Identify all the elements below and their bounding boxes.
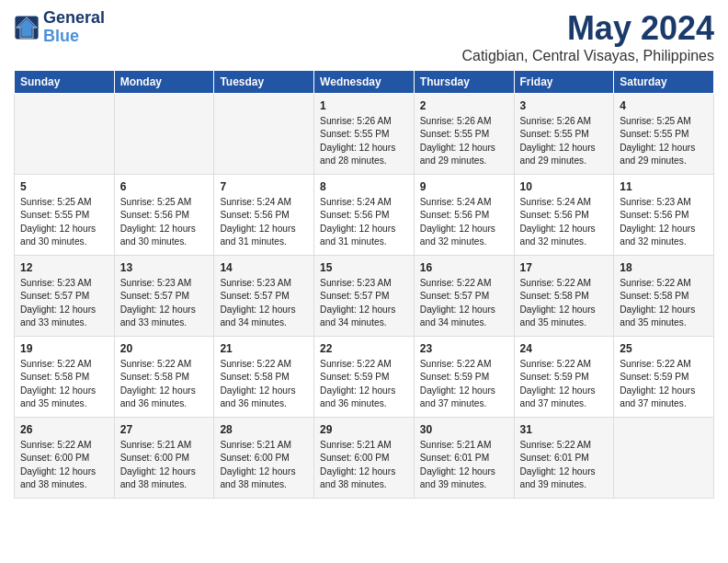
calendar-cell: 16Sunrise: 5:22 AM Sunset: 5:57 PM Dayli… <box>414 256 514 337</box>
cell-info: Sunrise: 5:25 AM Sunset: 5:55 PM Dayligh… <box>20 196 108 248</box>
calendar-cell: 31Sunrise: 5:22 AM Sunset: 6:01 PM Dayli… <box>514 418 614 499</box>
cell-info: Sunrise: 5:24 AM Sunset: 5:56 PM Dayligh… <box>320 196 408 248</box>
weekday-header-sunday: Sunday <box>15 71 115 94</box>
title-block: May 2024 Catigbian, Central Visayas, Phi… <box>461 9 714 64</box>
calendar-cell: 20Sunrise: 5:22 AM Sunset: 5:58 PM Dayli… <box>114 337 214 418</box>
cell-info: Sunrise: 5:22 AM Sunset: 5:59 PM Dayligh… <box>520 358 609 410</box>
calendar-cell <box>614 418 714 499</box>
calendar-cell: 14Sunrise: 5:23 AM Sunset: 5:57 PM Dayli… <box>214 256 314 337</box>
calendar-cell <box>114 94 214 175</box>
calendar-cell: 15Sunrise: 5:23 AM Sunset: 5:57 PM Dayli… <box>314 256 415 337</box>
day-number: 13 <box>120 261 209 274</box>
cell-info: Sunrise: 5:22 AM Sunset: 6:00 PM Dayligh… <box>20 439 108 491</box>
cell-info: Sunrise: 5:26 AM Sunset: 5:55 PM Dayligh… <box>320 115 408 167</box>
calendar-body: 1Sunrise: 5:26 AM Sunset: 5:55 PM Daylig… <box>15 94 714 499</box>
logo-icon <box>14 15 40 40</box>
day-number: 10 <box>520 180 609 193</box>
day-number: 4 <box>620 99 708 112</box>
day-number: 2 <box>420 99 508 112</box>
day-number: 15 <box>320 261 408 274</box>
weekday-header-wednesday: Wednesday <box>314 71 415 94</box>
cell-info: Sunrise: 5:22 AM Sunset: 5:57 PM Dayligh… <box>420 277 508 329</box>
cell-info: Sunrise: 5:23 AM Sunset: 5:57 PM Dayligh… <box>20 277 108 329</box>
cell-info: Sunrise: 5:23 AM Sunset: 5:57 PM Dayligh… <box>320 277 408 329</box>
calendar-week-2: 5Sunrise: 5:25 AM Sunset: 5:55 PM Daylig… <box>15 175 714 256</box>
calendar-cell: 6Sunrise: 5:25 AM Sunset: 5:56 PM Daylig… <box>114 175 214 256</box>
calendar-cell: 27Sunrise: 5:21 AM Sunset: 6:00 PM Dayli… <box>114 418 214 499</box>
cell-info: Sunrise: 5:22 AM Sunset: 5:58 PM Dayligh… <box>220 358 308 410</box>
day-number: 29 <box>320 423 408 436</box>
cell-info: Sunrise: 5:22 AM Sunset: 5:58 PM Dayligh… <box>620 277 708 329</box>
calendar-cell: 22Sunrise: 5:22 AM Sunset: 5:59 PM Dayli… <box>314 337 415 418</box>
day-number: 14 <box>220 261 308 274</box>
calendar-cell: 19Sunrise: 5:22 AM Sunset: 5:58 PM Dayli… <box>15 337 115 418</box>
calendar-cell: 12Sunrise: 5:23 AM Sunset: 5:57 PM Dayli… <box>15 256 115 337</box>
day-number: 1 <box>320 99 408 112</box>
calendar-cell: 18Sunrise: 5:22 AM Sunset: 5:58 PM Dayli… <box>614 256 714 337</box>
cell-info: Sunrise: 5:21 AM Sunset: 6:01 PM Dayligh… <box>420 439 508 491</box>
calendar-cell: 24Sunrise: 5:22 AM Sunset: 5:59 PM Dayli… <box>514 337 614 418</box>
calendar-week-3: 12Sunrise: 5:23 AM Sunset: 5:57 PM Dayli… <box>15 256 714 337</box>
weekday-header-row: SundayMondayTuesdayWednesdayThursdayFrid… <box>15 71 714 94</box>
calendar-cell: 7Sunrise: 5:24 AM Sunset: 5:56 PM Daylig… <box>214 175 314 256</box>
day-number: 8 <box>320 180 408 193</box>
cell-info: Sunrise: 5:23 AM Sunset: 5:57 PM Dayligh… <box>120 277 209 329</box>
day-number: 26 <box>20 423 108 436</box>
weekday-header-monday: Monday <box>114 71 214 94</box>
location-title: Catigbian, Central Visayas, Philippines <box>461 48 714 64</box>
calendar-week-5: 26Sunrise: 5:22 AM Sunset: 6:00 PM Dayli… <box>15 418 714 499</box>
month-title: May 2024 <box>461 9 714 48</box>
calendar-cell: 5Sunrise: 5:25 AM Sunset: 5:55 PM Daylig… <box>15 175 115 256</box>
cell-info: Sunrise: 5:22 AM Sunset: 5:59 PM Dayligh… <box>420 358 508 410</box>
day-number: 9 <box>420 180 508 193</box>
cell-info: Sunrise: 5:22 AM Sunset: 5:59 PM Dayligh… <box>620 358 708 410</box>
cell-info: Sunrise: 5:25 AM Sunset: 5:55 PM Dayligh… <box>620 115 708 167</box>
day-number: 25 <box>620 342 708 355</box>
calendar-header: SundayMondayTuesdayWednesdayThursdayFrid… <box>15 71 714 94</box>
cell-info: Sunrise: 5:21 AM Sunset: 6:00 PM Dayligh… <box>220 439 308 491</box>
calendar-cell: 11Sunrise: 5:23 AM Sunset: 5:56 PM Dayli… <box>614 175 714 256</box>
calendar-cell: 8Sunrise: 5:24 AM Sunset: 5:56 PM Daylig… <box>314 175 415 256</box>
calendar-cell <box>15 94 115 175</box>
weekday-header-thursday: Thursday <box>414 71 514 94</box>
calendar-cell: 3Sunrise: 5:26 AM Sunset: 5:55 PM Daylig… <box>514 94 614 175</box>
logo: General Blue <box>14 9 105 46</box>
weekday-header-saturday: Saturday <box>614 71 714 94</box>
day-number: 17 <box>520 261 609 274</box>
day-number: 11 <box>620 180 708 193</box>
cell-info: Sunrise: 5:22 AM Sunset: 5:58 PM Dayligh… <box>520 277 609 329</box>
day-number: 30 <box>420 423 508 436</box>
page-header: General Blue May 2024 Catigbian, Central… <box>14 9 714 64</box>
calendar-cell: 9Sunrise: 5:24 AM Sunset: 5:56 PM Daylig… <box>414 175 514 256</box>
cell-info: Sunrise: 5:23 AM Sunset: 5:57 PM Dayligh… <box>220 277 308 329</box>
day-number: 28 <box>220 423 308 436</box>
cell-info: Sunrise: 5:26 AM Sunset: 5:55 PM Dayligh… <box>420 115 508 167</box>
day-number: 18 <box>620 261 708 274</box>
logo-text: General Blue <box>43 9 105 46</box>
day-number: 3 <box>520 99 609 112</box>
day-number: 23 <box>420 342 508 355</box>
calendar-cell: 23Sunrise: 5:22 AM Sunset: 5:59 PM Dayli… <box>414 337 514 418</box>
day-number: 31 <box>520 423 609 436</box>
calendar-cell: 4Sunrise: 5:25 AM Sunset: 5:55 PM Daylig… <box>614 94 714 175</box>
cell-info: Sunrise: 5:26 AM Sunset: 5:55 PM Dayligh… <box>520 115 609 167</box>
calendar-cell: 28Sunrise: 5:21 AM Sunset: 6:00 PM Dayli… <box>214 418 314 499</box>
day-number: 24 <box>520 342 609 355</box>
cell-info: Sunrise: 5:24 AM Sunset: 5:56 PM Dayligh… <box>420 196 508 248</box>
calendar-cell: 21Sunrise: 5:22 AM Sunset: 5:58 PM Dayli… <box>214 337 314 418</box>
calendar-cell: 1Sunrise: 5:26 AM Sunset: 5:55 PM Daylig… <box>314 94 415 175</box>
calendar-table: SundayMondayTuesdayWednesdayThursdayFrid… <box>14 70 714 499</box>
calendar-week-1: 1Sunrise: 5:26 AM Sunset: 5:55 PM Daylig… <box>15 94 714 175</box>
day-number: 6 <box>120 180 209 193</box>
calendar-cell: 25Sunrise: 5:22 AM Sunset: 5:59 PM Dayli… <box>614 337 714 418</box>
calendar-cell: 26Sunrise: 5:22 AM Sunset: 6:00 PM Dayli… <box>15 418 115 499</box>
calendar-cell: 2Sunrise: 5:26 AM Sunset: 5:55 PM Daylig… <box>414 94 514 175</box>
day-number: 27 <box>120 423 209 436</box>
cell-info: Sunrise: 5:22 AM Sunset: 5:59 PM Dayligh… <box>320 358 408 410</box>
calendar-cell: 17Sunrise: 5:22 AM Sunset: 5:58 PM Dayli… <box>514 256 614 337</box>
calendar-week-4: 19Sunrise: 5:22 AM Sunset: 5:58 PM Dayli… <box>15 337 714 418</box>
cell-info: Sunrise: 5:24 AM Sunset: 5:56 PM Dayligh… <box>520 196 609 248</box>
day-number: 20 <box>120 342 209 355</box>
day-number: 16 <box>420 261 508 274</box>
cell-info: Sunrise: 5:23 AM Sunset: 5:56 PM Dayligh… <box>620 196 708 248</box>
